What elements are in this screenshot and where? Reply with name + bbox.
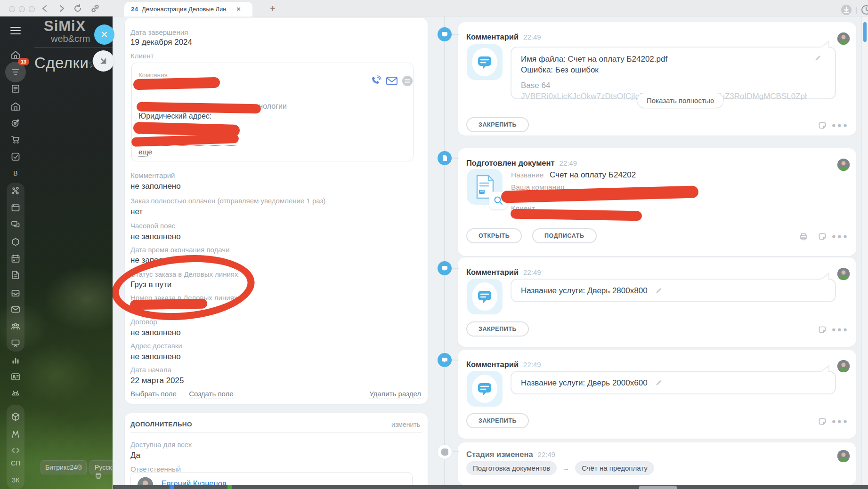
note-icon[interactable] bbox=[818, 325, 827, 335]
dock-handle bbox=[639, 486, 677, 489]
field-value[interactable]: нет bbox=[130, 207, 143, 216]
new-tab-button[interactable]: + bbox=[267, 2, 279, 15]
company-label: Компания bbox=[138, 72, 168, 79]
print-icon[interactable] bbox=[799, 232, 808, 241]
field-value[interactable]: 22 марта 2025 bbox=[130, 376, 184, 385]
choose-field-link[interactable]: Выбрать поле bbox=[130, 390, 177, 399]
author-avatar[interactable] bbox=[837, 360, 850, 372]
author-avatar[interactable] bbox=[837, 159, 850, 171]
field-label: Комментарий bbox=[130, 171, 175, 179]
sidebar: SiMiX web&crm Сделки ☆ 13 В СП bbox=[0, 16, 113, 489]
more-actions-icon[interactable]: ●●● bbox=[832, 417, 849, 425]
timeline-connector bbox=[451, 158, 459, 159]
field-value[interactable]: не заполнено bbox=[130, 182, 181, 191]
pin-button[interactable]: ЗАКРЕПИТЬ bbox=[466, 321, 529, 337]
sidebar-item-zk[interactable]: ЗК bbox=[0, 476, 31, 484]
field-value[interactable]: 19 декабря 2024 bbox=[130, 38, 192, 47]
author-avatar[interactable] bbox=[837, 32, 850, 45]
window-close-button[interactable] bbox=[9, 6, 15, 12]
sidebar-item-m-logo-icon[interactable] bbox=[10, 429, 21, 439]
sidebar-item-integrations-icon[interactable] bbox=[10, 185, 21, 196]
comment-bubble: Название услуги: Дверь 2800x800 bbox=[511, 279, 836, 302]
link-icon[interactable] bbox=[90, 4, 100, 13]
sidebar-item-cube-icon[interactable] bbox=[10, 411, 21, 422]
author-avatar[interactable] bbox=[837, 450, 850, 462]
pin-button[interactable]: ЗАКРЕПИТЬ bbox=[466, 413, 529, 428]
menu-hamburger-icon[interactable] bbox=[10, 27, 21, 34]
edit-pencil-icon[interactable] bbox=[655, 378, 663, 386]
field-label: Дата время окончания подачи bbox=[130, 246, 230, 254]
toolbar-separator: | bbox=[855, 6, 857, 14]
sidebar-item-chat-icon[interactable] bbox=[10, 219, 21, 230]
sidebar-item-document-icon[interactable] bbox=[10, 270, 21, 280]
call-phone-icon[interactable] bbox=[370, 74, 383, 88]
messenger-icon[interactable] bbox=[401, 74, 414, 88]
sidebar-item-robot-icon[interactable] bbox=[10, 388, 21, 399]
timeline-card-document: Подготовлен документ22:49 Название Счет … bbox=[458, 148, 856, 256]
document-type-icon[interactable] bbox=[467, 169, 503, 205]
sidebar-item-hexagon-icon[interactable] bbox=[10, 237, 21, 247]
scrollbar-thumb[interactable] bbox=[863, 22, 867, 42]
sidebar-item-analytics-icon[interactable] bbox=[10, 355, 21, 365]
sidebar-item-contact-card-icon[interactable] bbox=[10, 371, 21, 382]
timeline-card-time: 22:49 bbox=[523, 33, 541, 41]
email-icon[interactable] bbox=[385, 74, 398, 88]
document-name-value[interactable]: Счет на оплату Б24202 bbox=[550, 170, 636, 180]
timeline-card-time: 22:49 bbox=[523, 268, 541, 276]
sidebar-item-mail-icon[interactable] bbox=[10, 304, 21, 314]
download-icon[interactable] bbox=[841, 5, 852, 15]
sidebar-item-deals-funnel-icon[interactable] bbox=[10, 67, 21, 77]
note-icon[interactable] bbox=[818, 417, 827, 426]
page-title: Сделки bbox=[34, 54, 89, 72]
printer-icon[interactable] bbox=[95, 472, 102, 480]
open-document-button[interactable]: ОТКРЫТЬ bbox=[466, 228, 522, 243]
sidebar-item-store-cart-icon[interactable] bbox=[10, 134, 21, 144]
show-full-button[interactable]: Показать полностью bbox=[637, 93, 724, 108]
browser-tab[interactable]: 24 Демонастрация Деловые Лин ✕ bbox=[124, 2, 252, 16]
slider-collapse-button[interactable] bbox=[93, 50, 114, 72]
tab-close-icon[interactable]: ✕ bbox=[236, 6, 241, 13]
field-value[interactable]: не заполнено bbox=[130, 352, 181, 361]
logo-simix: SiMiX bbox=[44, 18, 86, 35]
dock-app-icon bbox=[170, 485, 174, 489]
window-minimize-button[interactable] bbox=[19, 6, 25, 12]
note-icon[interactable] bbox=[818, 121, 827, 130]
sidebar-item-inbox-icon[interactable] bbox=[10, 288, 21, 298]
sign-document-button[interactable]: ПОДПИСАТЬ bbox=[532, 228, 597, 243]
history-clock-icon[interactable] bbox=[860, 4, 868, 16]
more-actions-icon[interactable]: ●●● bbox=[832, 325, 849, 333]
forward-icon[interactable] bbox=[57, 4, 66, 13]
note-icon[interactable] bbox=[818, 232, 827, 241]
edit-section-link[interactable]: изменить bbox=[391, 421, 420, 428]
field-value[interactable]: Да bbox=[130, 451, 140, 460]
timeline-node-document-icon bbox=[438, 151, 452, 165]
client-more-link[interactable]: еще bbox=[138, 148, 152, 157]
sidebar-item-check-square-icon[interactable] bbox=[10, 152, 21, 162]
delete-section-link[interactable]: Удалить раздел bbox=[369, 390, 421, 399]
pin-button[interactable]: ЗАКРЕПИТЬ bbox=[466, 117, 529, 132]
slider-close-button[interactable]: ✕ bbox=[94, 24, 114, 45]
bitrix-brand-button[interactable]: Битрикс24® bbox=[41, 460, 87, 474]
sidebar-item-letter[interactable]: В bbox=[0, 169, 31, 177]
sidebar-item-presentation-icon[interactable] bbox=[10, 338, 21, 348]
window-zoom-button[interactable] bbox=[29, 6, 35, 12]
field-value[interactable]: не заполнено bbox=[130, 232, 181, 241]
field-value[interactable]: не заполнено bbox=[130, 328, 181, 337]
sidebar-item-sp[interactable]: СП bbox=[0, 459, 31, 467]
more-actions-icon[interactable]: ●●● bbox=[832, 232, 849, 240]
sidebar-item-kanban-icon[interactable] bbox=[10, 202, 21, 213]
author-avatar[interactable] bbox=[837, 268, 850, 280]
more-actions-icon[interactable]: ●●● bbox=[832, 121, 849, 129]
sidebar-item-code-icon[interactable] bbox=[10, 445, 21, 456]
sidebar-item-target-icon[interactable] bbox=[10, 118, 21, 128]
create-field-link[interactable]: Создать поле bbox=[189, 390, 233, 399]
sidebar-item-tasks-icon[interactable] bbox=[10, 83, 21, 94]
sidebar-item-company-icon[interactable] bbox=[10, 101, 21, 112]
edit-pencil-icon[interactable] bbox=[814, 54, 822, 62]
edit-pencil-icon[interactable] bbox=[655, 286, 663, 294]
sidebar-item-calendar-icon[interactable] bbox=[10, 253, 21, 264]
reload-icon[interactable] bbox=[73, 4, 82, 13]
field-label: Доступна для всех bbox=[130, 441, 192, 449]
back-icon[interactable] bbox=[41, 4, 50, 13]
sidebar-item-teams-icon[interactable] bbox=[10, 321, 21, 331]
